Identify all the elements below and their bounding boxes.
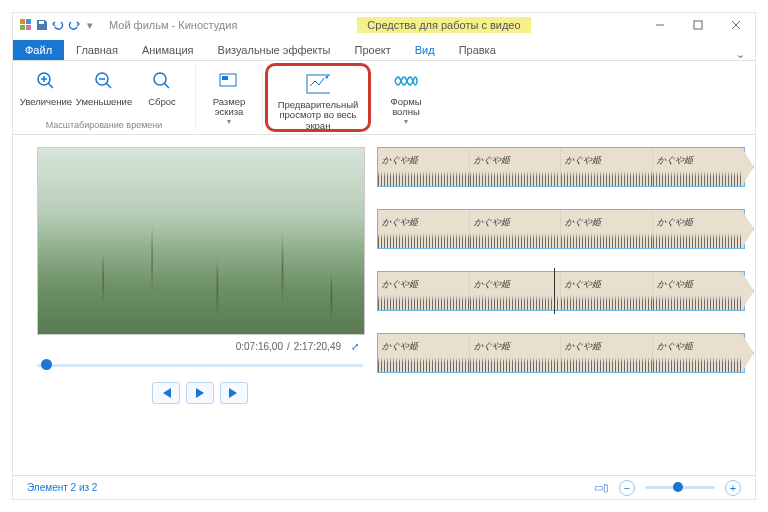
thumb-size-label: Размер эскиза: [202, 97, 256, 118]
ribbon-tabs: Файл Главная Анимация Визуальные эффекты…: [13, 37, 755, 61]
window-title: Мой фильм - Киностудия: [109, 19, 237, 31]
titlebar: ▾ Мой фильм - Киностудия Средства для ра…: [13, 13, 755, 37]
timeline-track[interactable]: かぐや姫 かぐや姫 かぐや姫 かぐや姫: [377, 333, 745, 373]
timeline-track[interactable]: かぐや姫 かぐや姫 かぐや姫 かぐや姫: [377, 271, 745, 311]
thumb-size-icon: [217, 69, 241, 93]
play-button[interactable]: [186, 382, 214, 404]
close-button[interactable]: [717, 13, 755, 37]
seek-thumb[interactable]: [41, 359, 52, 370]
waveforms-button[interactable]: Формы волны ▾: [379, 65, 433, 127]
chevron-down-icon: ▾: [227, 118, 231, 127]
preview-fullscreen-label: Предварительный просмотр во весь экран: [272, 100, 364, 131]
minimize-button[interactable]: [641, 13, 679, 37]
chevron-down-icon: ▾: [404, 118, 408, 127]
tab-view[interactable]: Вид: [403, 40, 447, 60]
tab-file[interactable]: Файл: [13, 40, 64, 60]
ribbon: Увеличение Уменьшение Сброс Масштабирова…: [13, 61, 755, 135]
prev-frame-button[interactable]: [152, 382, 180, 404]
fullscreen-icon: [306, 72, 330, 96]
tab-edit[interactable]: Правка: [447, 40, 508, 60]
waveforms-label: Формы волны: [379, 97, 433, 118]
waveform-icon: [394, 69, 418, 93]
timeline-track[interactable]: かぐや姫 かぐや姫 かぐや姫 かぐや姫: [377, 147, 745, 187]
tab-home[interactable]: Главная: [64, 40, 130, 60]
timeline-track[interactable]: かぐや姫 かぐや姫 かぐや姫 かぐや姫: [377, 209, 745, 249]
zoom-out-label: Уменьшение: [76, 97, 132, 107]
zoom-reset-icon: [150, 69, 174, 93]
tab-animation[interactable]: Анимация: [130, 40, 206, 60]
zoom-in-icon: [34, 69, 58, 93]
svg-rect-0: [20, 19, 25, 24]
svg-rect-5: [694, 21, 702, 29]
expand-icon[interactable]: ⤢: [351, 341, 359, 352]
svg-rect-4: [39, 21, 44, 24]
zoom-out-button[interactable]: Уменьшение: [77, 65, 131, 107]
svg-rect-2: [20, 25, 25, 30]
timeline-pane[interactable]: かぐや姫 かぐや姫 かぐや姫 かぐや姫 かぐや姫 かぐや姫 かぐや姫 かぐや姫 …: [373, 135, 755, 475]
preview-pane: 0:07:16,00 / 2:17:20,49 ⤢: [13, 135, 373, 475]
qa-dropdown-icon[interactable]: ▾: [83, 18, 97, 32]
zoom-out-icon: [92, 69, 116, 93]
zoom-reset-label: Сброс: [148, 97, 176, 107]
zoom-reset-button[interactable]: Сброс: [135, 65, 189, 107]
video-preview[interactable]: [37, 147, 365, 335]
zoom-in-status-button[interactable]: +: [725, 480, 741, 496]
view-mode-icon[interactable]: ▭▯: [594, 482, 609, 493]
save-icon[interactable]: [35, 18, 49, 32]
maximize-button[interactable]: [679, 13, 717, 37]
tab-project[interactable]: Проект: [342, 40, 402, 60]
app-icon: [19, 18, 33, 32]
svg-rect-3: [26, 25, 31, 30]
zoom-in-button[interactable]: Увеличение: [19, 65, 73, 107]
zoom-slider[interactable]: [645, 486, 715, 489]
zoom-slider-thumb[interactable]: [673, 482, 683, 492]
preview-fullscreen-button[interactable]: Предварительный просмотр во весь экран: [272, 68, 364, 131]
time-total: 2:17:20,49: [294, 341, 341, 352]
time-current: 0:07:16,00: [236, 341, 283, 352]
ribbon-collapse-icon[interactable]: ⌃: [736, 47, 745, 60]
svg-rect-10: [222, 76, 228, 80]
zoom-in-label: Увеличение: [20, 97, 72, 107]
seek-bar[interactable]: [37, 358, 363, 372]
redo-icon[interactable]: [67, 18, 81, 32]
svg-rect-1: [26, 19, 31, 24]
context-tab-video[interactable]: Средства для работы с видео: [357, 17, 530, 33]
tab-visual[interactable]: Визуальные эффекты: [206, 40, 343, 60]
playhead[interactable]: [554, 268, 556, 314]
next-frame-button[interactable]: [220, 382, 248, 404]
status-element-count: Элемент 2 из 2: [27, 482, 97, 493]
undo-icon[interactable]: [51, 18, 65, 32]
group-scale-label: Масштабирование времени: [46, 118, 163, 130]
statusbar: Элемент 2 из 2 ▭▯ − +: [13, 475, 755, 499]
preview-fullscreen-highlight: Предварительный просмотр во весь экран: [265, 63, 371, 132]
thumb-size-button[interactable]: Размер эскиза ▾: [202, 65, 256, 127]
zoom-out-status-button[interactable]: −: [619, 480, 635, 496]
